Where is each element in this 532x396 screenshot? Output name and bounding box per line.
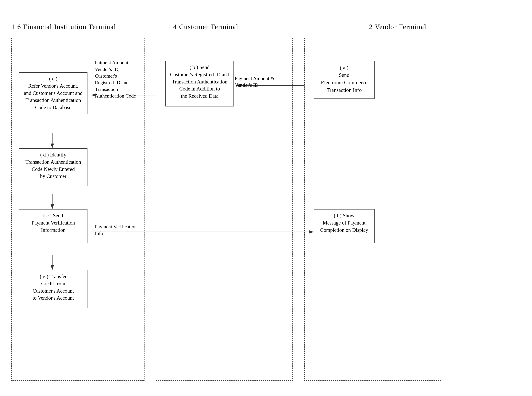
header-vendor: 1 2 Vendor Terminal xyxy=(363,23,427,31)
box-g: ( g ) Transfer Credit from Customer's Ac… xyxy=(19,270,88,308)
box-d: ( d ) Identify Transaction Authenticatio… xyxy=(19,148,88,186)
label-paiment-details: Paiment Amount, Vendor's ID, Customer's … xyxy=(93,59,136,99)
box-c: ( c ) Refer Vendor's Account, and Custom… xyxy=(19,72,88,114)
column-headers: 1 6 Financial Institution Terminal 1 4 C… xyxy=(12,23,520,36)
box-e: ( e ) Send Payment Verification Informat… xyxy=(19,209,88,243)
box-f: ( f ) Show Message of Payment Completion… xyxy=(314,209,374,243)
box-b: ( b ) Send Customer's Registred ID and T… xyxy=(165,61,234,106)
box-a: ( a ) Send Electronic Commerce Transacti… xyxy=(314,61,374,99)
diagram-container: 1 6 Financial Institution Terminal 1 4 C… xyxy=(12,23,520,381)
label-payment-amount-vendor: Payment Amount & Vendor's ID xyxy=(235,75,274,88)
header-financial: 1 6 Financial Institution Terminal xyxy=(12,23,116,31)
header-customer: 1 4 Customer Terminal xyxy=(167,23,239,31)
label-payment-verification: Payment Verification Info xyxy=(93,223,137,237)
